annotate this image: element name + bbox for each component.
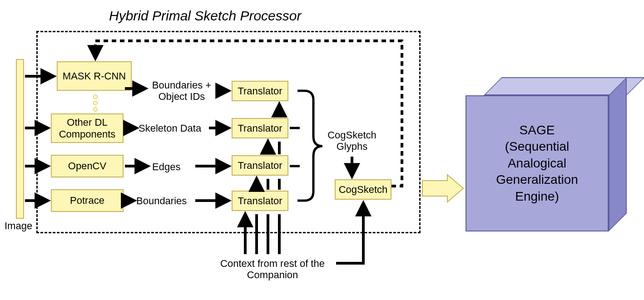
skeleton-label: Skeleton Data [139, 123, 201, 134]
arrow-to-sage [422, 175, 463, 202]
sage-label: SAGE (Sequential Analogical Generalizati… [496, 122, 578, 205]
translator-2-node: Translator [232, 118, 288, 138]
boundaries-label: Boundaries [136, 195, 187, 207]
ellipsis-dot [93, 94, 98, 99]
translator-4-node: Translator [232, 191, 288, 211]
cogsketch-node: CogSketch [335, 179, 391, 200]
ellipsis-dot [93, 107, 98, 112]
other-dl-node: Other DL Components [51, 113, 124, 143]
diagram-title: Hybrid Primal Sketch Processor [109, 8, 301, 24]
image-input-bar [16, 59, 24, 219]
image-label: Image [5, 220, 32, 231]
boundaries-ids-label: Boundaries + Object IDs [148, 79, 216, 103]
ellipsis-dot [93, 101, 98, 105]
edges-label: Edges [152, 161, 180, 172]
translator-1-node: Translator [232, 81, 288, 101]
translator-3-node: Translator [232, 155, 288, 176]
opencv-node: OpenCV [51, 155, 124, 177]
cogsketch-glyphs-label: CogSketch Glyphs [325, 129, 379, 152]
potrace-node: Potrace [51, 189, 124, 212]
sage-cube: SAGE (Sequential Analogical Generalizati… [466, 77, 634, 250]
mask-rcnn-node: MASK R-CNN [57, 61, 132, 91]
context-label: Context from rest of the Companion [209, 258, 336, 281]
